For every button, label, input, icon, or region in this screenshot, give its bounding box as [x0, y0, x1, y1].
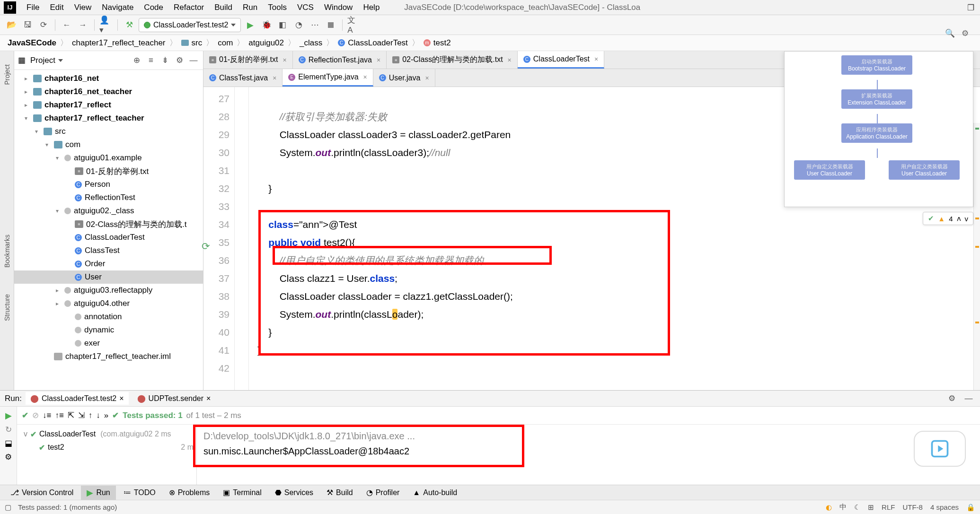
profile-button[interactable]: ◔ [292, 18, 305, 32]
editor-tab[interactable]: CUser.java× [373, 69, 435, 87]
more-icon[interactable]: » [104, 411, 108, 420]
debug-button[interactable]: 🐞 [260, 18, 273, 32]
window-restore-icon[interactable]: ❐ [967, 3, 974, 13]
sort-icon[interactable]: ↓≡ [43, 411, 51, 420]
menu-vcs[interactable]: VCS [292, 1, 318, 14]
crumb-subpkg[interactable]: _class [297, 38, 325, 48]
tree-row[interactable]: annotation [14, 310, 203, 323]
tree-row[interactable]: CClassLoaderTest [14, 231, 203, 244]
run-tab-1[interactable]: ⬤ClassLoaderTest.test2× [26, 392, 129, 405]
rerun-failed-icon[interactable]: ↻ [5, 425, 12, 435]
tree-row[interactable]: CPerson [14, 178, 203, 191]
status-lineend[interactable]: RLF [882, 503, 895, 511]
menu-window[interactable]: Window [319, 1, 357, 14]
ts-services[interactable]: ⬣Services [269, 486, 319, 499]
code-line[interactable]: //用户自定义的类使用的是系统类加载器加载的。 [257, 252, 980, 270]
search-everywhere-icon[interactable]: 🔍 [945, 28, 955, 38]
code-line[interactable]: Class clazz1 = User.class; [257, 270, 980, 287]
tree-row[interactable]: ▾atguigu01.example [14, 151, 203, 165]
code-line[interactable] [257, 359, 980, 377]
editor-tab[interactable]: EElementType.java× [283, 69, 373, 87]
hide-panel-icon[interactable]: — [188, 55, 199, 66]
crumb-src[interactable]: src [178, 38, 205, 48]
test-method-row[interactable]: ✔test2 2 m [20, 441, 194, 454]
settings-icon[interactable]: ⚙ [962, 28, 969, 38]
video-play-overlay-icon[interactable] [914, 431, 966, 467]
run-button[interactable]: ▶ [244, 18, 257, 32]
project-view-icon[interactable]: ▦ [18, 55, 26, 65]
crumb-method[interactable]: mtest2 [421, 38, 454, 48]
menu-refactor[interactable]: Refactor [169, 1, 209, 14]
tree-row[interactable]: ▸chapter17_reflect [14, 98, 203, 112]
forward-icon[interactable]: → [76, 18, 89, 32]
code-line[interactable]: public void test2(){ [257, 234, 980, 252]
ts-run[interactable]: ▶Run [81, 486, 115, 500]
tree-row[interactable]: ▸chapter16_net [14, 72, 203, 85]
prev-highlight-icon[interactable]: ʌ [957, 214, 961, 223]
close-icon[interactable]: × [508, 56, 512, 64]
tree-row[interactable]: CReflectionTest [14, 191, 203, 204]
crumb-com[interactable]: com [215, 38, 236, 48]
tree-row[interactable]: ▸atguigu03.reflectapply [14, 284, 203, 297]
status-readonly-icon[interactable]: 🔒 [966, 503, 975, 512]
select-opened-file-icon[interactable]: ⊕ [131, 55, 142, 66]
test-class-row[interactable]: v✔ ClassLoaderTest (com.atguigu02 2 ms [20, 427, 194, 441]
tree-row[interactable]: chapter17_reflect_teacher.iml [14, 350, 203, 363]
menu-code[interactable]: Code [139, 1, 168, 14]
menu-run[interactable]: Run [238, 1, 262, 14]
save-all-icon[interactable]: 🖫 [21, 18, 34, 32]
code-line[interactable]: } [257, 323, 980, 341]
close-icon[interactable]: × [594, 55, 598, 63]
error-stripe[interactable] [973, 123, 980, 390]
project-view-dropdown-icon[interactable] [58, 59, 63, 62]
tree-row[interactable]: ▾atguigu02._class [14, 204, 203, 218]
translate-icon[interactable]: 文A [347, 18, 361, 32]
tree-row[interactable]: ▾com [14, 138, 203, 151]
tree-row[interactable]: CClassTest [14, 244, 203, 257]
sync-icon[interactable]: ⟳ [37, 18, 50, 32]
tree-row[interactable]: ≡02-Class的理解与类的加载.t [14, 218, 203, 231]
status-ime[interactable]: ◐ [826, 503, 832, 512]
tree-row[interactable]: ≡01-反射的举例.txt [14, 165, 203, 178]
attach-button[interactable]: ⋯ [308, 18, 321, 32]
status-encoding[interactable]: UTF-8 [902, 503, 923, 511]
inspection-widget[interactable]: ✔ ▲ 4 ʌ v [923, 212, 973, 225]
collapse-icon[interactable]: ⇲ [78, 410, 85, 420]
console-output[interactable]: D:\develop_tools\JDK\jdk1.8.0_271\bin\ja… [197, 425, 980, 485]
menu-file[interactable]: File [22, 1, 44, 14]
tree-row[interactable]: CUser [14, 270, 203, 284]
up-icon[interactable]: ↑ [88, 411, 93, 420]
editor-tab[interactable]: CClassTest.java× [203, 69, 283, 87]
editor-tab[interactable]: CClassLoaderTest× [518, 51, 604, 69]
ts-todo[interactable]: ≔TODO [118, 486, 161, 499]
crumb-pkg[interactable]: atguigu02 [246, 38, 287, 48]
ignore-icon[interactable]: ⊘ [32, 410, 39, 420]
tree-row[interactable]: ▾src [14, 125, 203, 138]
tree-row[interactable]: COrder [14, 257, 203, 270]
export-icon[interactable]: ⚙ [5, 452, 12, 462]
toggle-auto-icon[interactable]: ⬓ [5, 438, 12, 448]
back-icon[interactable]: ← [60, 18, 73, 32]
collapse-all-icon[interactable]: ⇟ [159, 55, 171, 66]
settings-gear-icon[interactable]: ⚙ [174, 55, 185, 66]
close-icon[interactable]: × [377, 56, 380, 64]
down-icon[interactable]: ↓ [96, 411, 100, 420]
code-line[interactable]: ClassLoader classLoader = clazz1.getClas… [257, 287, 980, 305]
run-tab-2[interactable]: ⬤UDPTest.sender× [132, 392, 216, 405]
ts-build[interactable]: ⚒Build [321, 486, 359, 499]
code-line[interactable]: class="ann">@Test [257, 216, 980, 234]
editor-tab[interactable]: ≡01-反射的举例.txt× [203, 51, 293, 69]
close-icon[interactable]: × [363, 73, 367, 81]
sidebar-tab-structure[interactable]: Structure [2, 290, 12, 325]
ts-terminal[interactable]: ▣Terminal [217, 486, 267, 499]
project-panel-title[interactable]: Project [30, 56, 55, 65]
stop-button[interactable] [324, 18, 337, 32]
close-icon[interactable]: × [425, 74, 429, 82]
ts-version-control[interactable]: ⎇Version Control [5, 486, 79, 499]
ts-problems[interactable]: ⊗Problems [163, 486, 216, 499]
close-icon[interactable]: × [119, 394, 124, 403]
crumb-class[interactable]: CClassLoaderTest [335, 38, 411, 48]
hammer-icon[interactable]: ⚒ [123, 18, 136, 32]
menu-build[interactable]: Build [210, 1, 237, 14]
menu-view[interactable]: View [70, 1, 97, 14]
